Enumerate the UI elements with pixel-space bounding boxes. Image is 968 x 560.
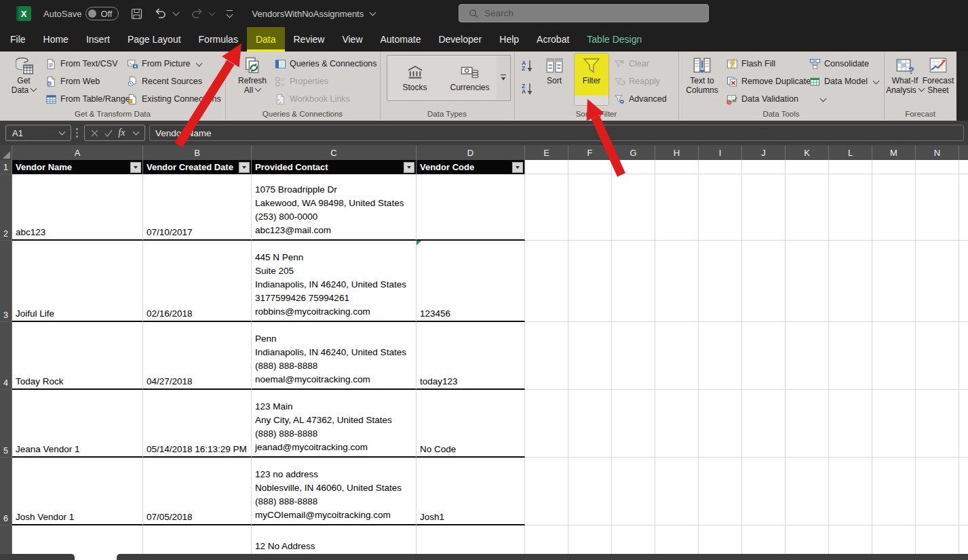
cell[interactable] <box>742 160 786 174</box>
cell-vendor-created-date[interactable]: 02/16/2018 <box>143 241 252 322</box>
tab-view[interactable]: View <box>333 27 371 52</box>
refresh-all-button[interactable]: Refresh All <box>233 54 271 95</box>
cell[interactable] <box>742 174 786 241</box>
filter-dropdown-provided-contact[interactable] <box>404 162 414 173</box>
cell[interactable] <box>568 174 612 241</box>
column-header-d[interactable]: D <box>417 145 525 160</box>
cell-provided-contact[interactable]: 123 Main Any City, AL 47362, United Stat… <box>252 390 417 458</box>
column-header-h[interactable]: H <box>655 145 699 160</box>
from-picture-button[interactable]: From Picture <box>126 56 201 72</box>
column-header-i[interactable]: I <box>699 145 742 160</box>
cell[interactable] <box>655 458 699 525</box>
cell-vendor-code[interactable]: today123 <box>417 322 525 390</box>
tab-table-design[interactable]: Table Design <box>578 27 651 52</box>
select-all-button[interactable] <box>0 145 12 160</box>
data-validation-button[interactable]: Data Validation <box>726 91 826 107</box>
quick-access-menu-button[interactable] <box>227 10 233 17</box>
cell[interactable] <box>786 160 829 174</box>
cell[interactable] <box>829 160 872 174</box>
cell-vendor-code[interactable]: Josh1 <box>417 458 525 525</box>
data-model-button[interactable]: Data Model <box>809 73 878 89</box>
properties-button[interactable]: Properties <box>274 73 328 89</box>
cell[interactable] <box>742 322 786 390</box>
flash-fill-button[interactable]: Flash Fill <box>726 56 775 72</box>
column-header-b[interactable]: B <box>143 145 252 160</box>
filter-dropdown-vendor-created-date[interactable] <box>239 162 250 173</box>
cell[interactable] <box>568 241 612 322</box>
column-header-a[interactable]: A <box>12 145 143 160</box>
fx-dropdown-icon[interactable] <box>133 129 140 136</box>
cell[interactable] <box>916 322 959 390</box>
workbook-links-button[interactable]: Workbook Links <box>274 91 350 107</box>
cell[interactable] <box>699 160 742 174</box>
name-box[interactable]: A1 <box>5 125 71 141</box>
cell[interactable] <box>916 458 959 525</box>
cell[interactable] <box>872 174 916 241</box>
workbook-title[interactable]: VendorsWithNoAssignments <box>252 9 375 19</box>
column-header-n[interactable]: N <box>916 145 959 160</box>
row-number-5[interactable]: 5 <box>0 390 12 458</box>
cell[interactable] <box>872 458 916 525</box>
bottom-scrollbar[interactable] <box>117 554 968 560</box>
cell[interactable] <box>916 241 959 322</box>
cancel-icon[interactable] <box>91 129 98 137</box>
stocks-button[interactable]: Stocks <box>387 56 442 100</box>
cell-provided-contact[interactable]: 1075 Broadripple Dr Lakewood, WA 98498, … <box>252 174 417 241</box>
cell[interactable] <box>568 160 612 174</box>
data-types-more-button[interactable] <box>497 55 511 101</box>
cell-vendor-created-date[interactable]: 05/14/2018 16:13:29 PM <box>143 390 252 458</box>
header-cell-vendor-code[interactable]: Vendor Code <box>417 160 525 174</box>
column-header-e[interactable]: E <box>525 145 568 160</box>
cell[interactable] <box>916 160 959 174</box>
clear-filter-button[interactable]: Clear <box>613 56 649 72</box>
cell[interactable] <box>916 174 959 241</box>
cell[interactable] <box>655 160 699 174</box>
cell-provided-contact[interactable]: 123 no address Noblesville, IN 46060, Un… <box>252 458 417 525</box>
remove-duplicates-button[interactable]: Remove Duplicates <box>726 73 815 89</box>
cell-vendor-name[interactable]: Today Rock <box>12 322 143 390</box>
column-header-l[interactable]: L <box>829 145 872 160</box>
cell[interactable] <box>872 390 916 458</box>
tab-formulas[interactable]: Formulas <box>190 27 247 52</box>
currencies-button[interactable]: Currencies <box>442 56 497 100</box>
cell[interactable] <box>786 241 829 322</box>
cell[interactable] <box>612 458 655 525</box>
recent-sources-button[interactable]: Recent Sources <box>126 73 202 89</box>
cell[interactable] <box>786 390 829 458</box>
reapply-filter-button[interactable]: Reapply <box>613 73 660 89</box>
save-button[interactable] <box>131 8 142 20</box>
tab-automate[interactable]: Automate <box>372 27 430 52</box>
cell[interactable] <box>612 390 655 458</box>
cell[interactable] <box>742 390 786 458</box>
cell[interactable] <box>786 174 829 241</box>
cell[interactable] <box>699 458 742 525</box>
header-cell-provided-contact[interactable]: Provided Contact <box>252 160 417 174</box>
tab-page-layout[interactable]: Page Layout <box>119 27 190 52</box>
column-header-k[interactable]: K <box>786 145 829 160</box>
column-header-f[interactable]: F <box>568 145 612 160</box>
row-number-2[interactable]: 2 <box>0 174 12 241</box>
get-data-button[interactable]: Get Data <box>5 54 42 95</box>
cell-vendor-name[interactable]: Jeana Vendor 1 <box>12 390 143 458</box>
advanced-filter-button[interactable]: Advanced <box>613 91 667 107</box>
cell[interactable] <box>786 322 829 390</box>
sort-ascending-button[interactable]: AZ <box>518 57 536 75</box>
filter-dropdown-vendor-code[interactable] <box>512 162 523 173</box>
filter-dropdown-vendor-name[interactable] <box>130 162 141 173</box>
cell[interactable] <box>525 390 568 458</box>
cell-vendor-name[interactable]: Josh Vendor 1 <box>12 458 143 525</box>
column-header-m[interactable]: M <box>872 145 916 160</box>
row-number-1[interactable]: 1 <box>0 160 12 174</box>
cell[interactable] <box>872 160 916 174</box>
sort-descending-button[interactable]: ZA <box>518 80 536 98</box>
cell[interactable] <box>699 322 742 390</box>
column-header-j[interactable]: J <box>742 145 786 160</box>
tab-review[interactable]: Review <box>285 27 334 52</box>
cell[interactable] <box>829 241 872 322</box>
cell[interactable] <box>829 390 872 458</box>
text-to-columns-button[interactable]: Text to Columns <box>682 54 722 95</box>
cell-vendor-created-date[interactable]: 04/27/2018 <box>143 322 252 390</box>
row-number-6[interactable]: 6 <box>0 458 12 525</box>
cell[interactable] <box>742 458 786 525</box>
cell[interactable] <box>655 322 699 390</box>
